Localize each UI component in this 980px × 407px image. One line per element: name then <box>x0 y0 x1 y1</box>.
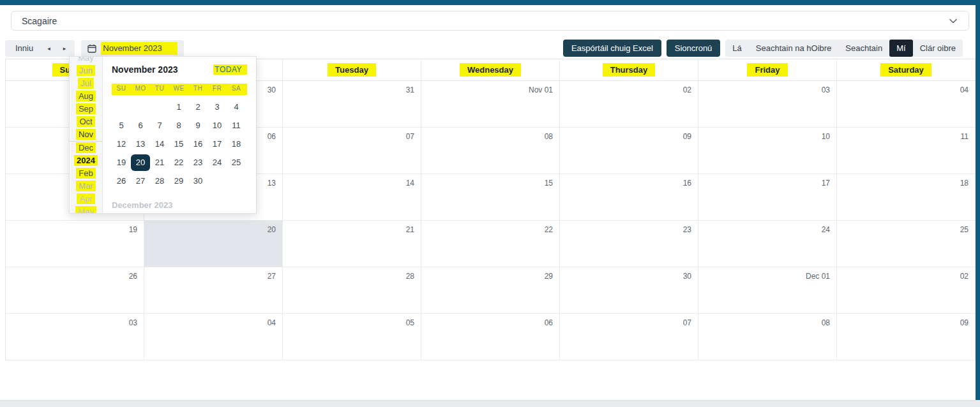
view-tab-clár-oibre[interactable]: Clár oibre <box>913 40 963 57</box>
mini-date-cell[interactable]: 30 <box>188 172 207 190</box>
mini-date-cell[interactable]: 19 <box>112 153 131 172</box>
mini-date: 25 <box>227 154 246 171</box>
month-item-2024[interactable]: 2024 <box>70 154 102 167</box>
date-cell[interactable]: 09 <box>560 128 698 174</box>
mini-date-cell[interactable]: 3 <box>207 98 227 116</box>
day-header-wednesday: Wednesday <box>421 59 560 81</box>
datepicker-calendar-panel: November 2023 TODAY SUMOTUWETHFRSA 12345… <box>103 57 256 213</box>
month-item-mar[interactable]: Mar <box>70 180 102 193</box>
date-cell[interactable]: 04 <box>837 81 976 128</box>
date-cell[interactable]: 26 <box>6 267 144 314</box>
mini-date-cell[interactable]: 5 <box>112 116 131 135</box>
date-cell[interactable]: 22 <box>421 221 560 267</box>
mini-date-cell[interactable]: 9 <box>188 116 207 135</box>
date-cell[interactable]: 10 <box>698 128 837 174</box>
date-cell[interactable]: 02 <box>837 267 976 314</box>
month-item-aug[interactable]: Aug <box>70 90 102 103</box>
month-item-jul[interactable]: Jul <box>70 77 102 90</box>
date-cell[interactable]: 07 <box>560 314 698 360</box>
date-cell[interactable]: 15 <box>421 174 560 221</box>
mini-date-cell[interactable]: 11 <box>227 116 246 135</box>
date-cell[interactable]: 14 <box>283 174 421 221</box>
date-cell[interactable]: 09 <box>837 314 976 360</box>
date-cell[interactable]: 03 <box>698 81 837 128</box>
date-cell[interactable]: 08 <box>421 128 560 174</box>
date-cell[interactable]: 11 <box>837 128 976 174</box>
month-item-feb[interactable]: Feb <box>70 167 102 180</box>
date-cell[interactable]: 31 <box>283 81 421 128</box>
export-excel-button[interactable]: Easpórtáil chuig Excel <box>563 40 661 57</box>
date-cell[interactable]: 29 <box>421 267 560 314</box>
date-cell[interactable]: 07 <box>283 128 421 174</box>
date-cell[interactable]: 05 <box>283 314 421 360</box>
mini-date-cell[interactable]: 17 <box>207 135 227 153</box>
date-range-button[interactable]: November 2023 <box>81 40 184 57</box>
date-cell[interactable]: 18 <box>837 174 976 221</box>
view-tab-seachtain[interactable]: Seachtain <box>838 40 889 57</box>
date-cell[interactable]: 28 <box>283 267 421 314</box>
month-item-may[interactable]: May <box>70 57 102 64</box>
mini-date-cell[interactable]: 22 <box>169 153 188 172</box>
mini-date-cell[interactable]: 6 <box>131 116 150 135</box>
date-cell[interactable]: 21 <box>283 221 421 267</box>
month-item-apr[interactable]: Apr <box>70 193 102 205</box>
month-item-dec[interactable]: Dec <box>70 142 102 154</box>
mini-date-cell[interactable]: 24 <box>207 153 227 172</box>
mini-date-cell[interactable]: 28 <box>150 172 169 190</box>
view-tab-mí[interactable]: Mí <box>889 40 912 57</box>
today-button[interactable]: Inniu <box>8 40 41 57</box>
next-arrow-icon[interactable]: ▸ <box>57 40 73 57</box>
mini-date-cell[interactable]: 13 <box>131 135 150 153</box>
date-cell[interactable]: 03 <box>6 314 144 360</box>
mini-date-cell[interactable]: 20 <box>131 153 150 172</box>
view-tab-seachtain-na-hoibre[interactable]: Seachtain na hOibre <box>749 40 839 57</box>
date-cell[interactable]: 08 <box>698 314 837 360</box>
chevron-down-icon[interactable] <box>948 16 958 26</box>
month-item-label: Jun <box>77 65 95 76</box>
mini-date-cell[interactable]: 29 <box>169 172 188 190</box>
sync-button[interactable]: Sioncronú <box>667 40 721 57</box>
mini-date-cell[interactable]: 12 <box>112 135 131 153</box>
mini-date-cell[interactable]: 8 <box>169 116 188 135</box>
date-cell[interactable]: Dec 01 <box>698 267 837 314</box>
filter-panel[interactable]: Scagaire <box>11 11 969 31</box>
date-cell[interactable]: 30 <box>560 267 698 314</box>
date-cell[interactable]: 23 <box>560 221 698 267</box>
date-cell[interactable]: 16 <box>560 174 698 221</box>
mini-date-cell[interactable]: 16 <box>188 135 207 153</box>
mini-date-cell[interactable]: 2 <box>188 98 207 116</box>
prev-arrow-icon[interactable]: ◂ <box>41 40 57 57</box>
date-cell[interactable]: 27 <box>144 267 283 314</box>
date-cell[interactable]: 04 <box>144 314 283 360</box>
mini-date-cell[interactable]: 15 <box>169 135 188 153</box>
date-cell[interactable]: 02 <box>560 81 698 128</box>
mini-date-cell[interactable]: 27 <box>131 172 150 190</box>
mini-date-cell[interactable]: 18 <box>227 135 246 153</box>
mini-date: 17 <box>207 136 227 152</box>
date-cell[interactable]: 19 <box>6 221 144 267</box>
mini-date-cell[interactable]: 21 <box>150 153 169 172</box>
date-cell[interactable]: 24 <box>698 221 837 267</box>
calendar-icon <box>87 44 96 53</box>
date-cell[interactable]: 17 <box>698 174 837 221</box>
mini-date-cell[interactable]: 25 <box>227 153 246 172</box>
today-link[interactable]: TODAY <box>213 65 247 74</box>
mini-date-cell[interactable]: 4 <box>227 98 246 116</box>
month-item-may[interactable]: May <box>70 205 102 213</box>
date-cell[interactable]: 06 <box>421 314 560 360</box>
mini-date-cell[interactable]: 23 <box>188 153 207 172</box>
mini-date-cell[interactable]: 1 <box>169 98 188 116</box>
month-item-oct[interactable]: Oct <box>70 115 102 128</box>
next-month-label: December 2023 <box>112 200 247 210</box>
view-tab-lá[interactable]: Lá <box>725 40 748 57</box>
mini-date-cell[interactable]: 14 <box>150 135 169 153</box>
month-item-sep[interactable]: Sep <box>70 103 102 115</box>
mini-date-cell[interactable]: 7 <box>150 116 169 135</box>
date-cell[interactable]: Nov 01 <box>421 81 560 128</box>
today-cell[interactable]: 20 <box>144 221 283 267</box>
month-item-nov[interactable]: Nov <box>70 128 102 142</box>
mini-date-cell[interactable]: 10 <box>207 116 227 135</box>
date-cell[interactable]: 25 <box>837 221 976 267</box>
month-item-jun[interactable]: Jun <box>70 64 102 77</box>
mini-date-cell[interactable]: 26 <box>112 172 131 190</box>
